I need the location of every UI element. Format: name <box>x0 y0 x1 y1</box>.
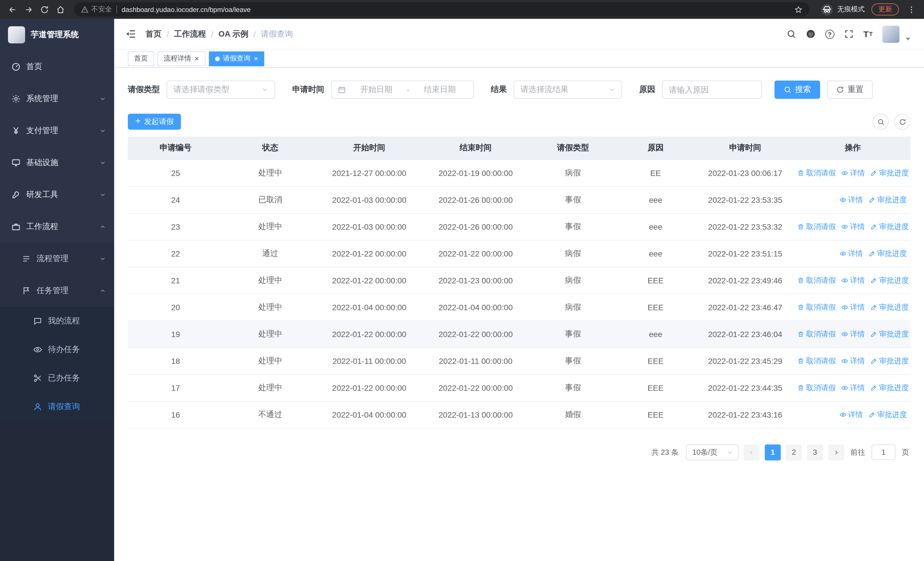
page-2-button[interactable]: 2 <box>786 444 802 460</box>
sidebar-item-devtools[interactable]: 研发工具 <box>0 179 114 211</box>
cancel-leave-link[interactable]: 取消请假 <box>798 168 836 178</box>
detail-link[interactable]: 详情 <box>840 409 863 420</box>
breadcrumb-item[interactable]: 工作流程 <box>174 29 206 39</box>
detail-link[interactable]: 详情 <box>842 356 865 366</box>
approval-progress-link[interactable]: 审批进度 <box>868 409 907 420</box>
detail-link[interactable]: 详情 <box>840 248 863 259</box>
approval-progress-link[interactable]: 审批进度 <box>868 194 907 205</box>
tab-home[interactable]: 首页 <box>128 51 154 66</box>
leave-type-select[interactable]: 请选择请假类型 <box>166 81 275 99</box>
url-bar[interactable]: 不安全 dashboard.yudao.iocoder.cn/bpm/oa/le… <box>74 2 809 17</box>
page-3-button[interactable]: 3 <box>807 444 823 460</box>
refresh-table-icon[interactable] <box>894 114 910 130</box>
cell-start: 2022-01-04 00:00:00 <box>317 294 422 320</box>
sidebar-item-label: 工作流程 <box>26 222 58 232</box>
toolbar-right <box>873 114 910 130</box>
sidebar-item-done-tasks[interactable]: 已办任务 <box>0 364 114 393</box>
page-1-button[interactable]: 1 <box>765 444 781 460</box>
page-size-select[interactable]: 10条/页 <box>686 444 738 460</box>
tab-leave-query[interactable]: 请假查询× <box>208 51 264 66</box>
sidebar-item-process-mgmt[interactable]: 流程管理 <box>0 243 114 275</box>
collapse-sidebar-icon[interactable] <box>126 29 136 39</box>
reason-group: 原因 <box>639 81 762 99</box>
approval-progress-link[interactable]: 审批进度 <box>871 302 909 312</box>
goto-page-input[interactable] <box>872 444 896 460</box>
approval-progress-link[interactable]: 审批进度 <box>868 248 907 259</box>
cancel-leave-link[interactable]: 取消请假 <box>798 302 836 312</box>
table-row: 18处理中2022-01-11 00:00:002022-01-11 00:00… <box>128 347 910 374</box>
cell-applied: 2022-01-22 23:53:32 <box>695 213 795 240</box>
approval-progress-link[interactable]: 审批进度 <box>871 221 909 232</box>
close-icon[interactable]: × <box>254 55 258 62</box>
reset-button[interactable]: 重置 <box>827 81 873 99</box>
start-date-input[interactable]: 开始日期 <box>349 84 403 95</box>
cancel-leave-link[interactable]: 取消请假 <box>798 382 836 393</box>
table-toolbar: + 发起请假 <box>128 114 910 130</box>
avatar[interactable] <box>882 26 900 42</box>
detail-link[interactable]: 详情 <box>842 382 865 393</box>
sidebar-item-system[interactable]: 系统管理 <box>0 83 114 115</box>
approval-progress-link[interactable]: 审批进度 <box>871 168 909 178</box>
browser-menu-icon[interactable] <box>904 3 918 16</box>
approval-progress-link[interactable]: 审批进度 <box>871 329 909 339</box>
cell-reason: eee <box>616 213 695 240</box>
end-date-input[interactable]: 结束日期 <box>413 84 467 95</box>
reload-icon[interactable] <box>38 3 51 16</box>
forward-icon[interactable] <box>22 3 35 16</box>
cancel-leave-link[interactable]: 取消请假 <box>798 275 836 285</box>
approval-progress-link[interactable]: 审批进度 <box>871 275 909 285</box>
cancel-leave-link[interactable]: 取消请假 <box>798 356 836 366</box>
sidebar-item-infrastructure[interactable]: 基础设施 <box>0 147 114 179</box>
search-button[interactable]: 搜索 <box>774 81 820 99</box>
breadcrumb-item[interactable]: OA 示例 <box>219 29 249 39</box>
apply-time-range-picker[interactable]: 开始日期 - 结束日期 <box>331 81 474 99</box>
close-icon[interactable]: × <box>195 55 199 62</box>
cancel-leave-label: 取消请假 <box>806 275 836 285</box>
trash-icon <box>798 331 804 337</box>
cancel-leave-label: 取消请假 <box>806 302 836 312</box>
github-icon[interactable] <box>806 29 815 39</box>
fullscreen-icon[interactable] <box>844 29 854 39</box>
sidebar-item-todo-tasks[interactable]: 待办任务 <box>0 335 114 364</box>
detail-link[interactable]: 详情 <box>842 221 865 232</box>
font-size-icon[interactable]: TT <box>863 29 873 39</box>
detail-link[interactable]: 详情 <box>842 329 865 339</box>
eye-icon <box>840 250 846 257</box>
sidebar-item-my-process[interactable]: 我的流程 <box>0 307 114 335</box>
approval-progress-link[interactable]: 审批进度 <box>871 356 909 366</box>
bookmark-star-icon[interactable] <box>795 5 802 14</box>
app-logo[interactable]: 芋道管理系统 <box>0 19 114 51</box>
home-icon[interactable] <box>54 3 68 16</box>
sidebar-item-workflow[interactable]: 工作流程 <box>0 211 114 243</box>
cell-actions: 取消请假详情审批进度 <box>795 213 910 240</box>
search-icon[interactable] <box>786 29 796 39</box>
create-leave-button[interactable]: + 发起请假 <box>128 114 181 130</box>
sidebar-item-payment[interactable]: 支付管理 <box>0 115 114 147</box>
toggle-search-icon[interactable] <box>873 114 889 130</box>
eye-icon <box>842 304 848 310</box>
help-icon[interactable]: ? <box>825 29 834 39</box>
next-page-button[interactable] <box>828 444 844 460</box>
update-button[interactable]: 更新 <box>872 3 899 15</box>
prev-page-button[interactable] <box>744 444 760 460</box>
reason-input[interactable] <box>662 81 762 99</box>
sidebar-item-label: 我的流程 <box>48 316 80 326</box>
breadcrumb-item[interactable]: 首页 <box>146 29 162 39</box>
back-icon[interactable] <box>6 3 20 16</box>
detail-link[interactable]: 详情 <box>840 194 863 205</box>
detail-link[interactable]: 详情 <box>842 275 865 285</box>
detail-link[interactable]: 详情 <box>842 302 865 312</box>
tab-process-detail[interactable]: 流程详情× <box>158 51 205 66</box>
approval-progress-link[interactable]: 审批进度 <box>871 382 909 393</box>
sidebar-item-leave-query[interactable]: 请假查询 <box>0 393 114 421</box>
result-select[interactable]: 请选择流结果 <box>514 81 622 99</box>
main-area: 首页/工作流程/OA 示例/请假查询 ? TT 首页流程详情×请假查询× <box>114 19 924 561</box>
sidebar-item-task-mgmt[interactable]: 任务管理 <box>0 275 114 307</box>
eye-icon <box>842 169 848 176</box>
sidebar-item-home[interactable]: 首页 <box>0 51 114 83</box>
cancel-leave-link[interactable]: 取消请假 <box>798 329 836 339</box>
cancel-leave-link[interactable]: 取消请假 <box>798 221 836 232</box>
pen-icon <box>868 250 876 257</box>
security-indicator[interactable]: 不安全 <box>81 5 112 14</box>
detail-link[interactable]: 详情 <box>842 168 865 178</box>
